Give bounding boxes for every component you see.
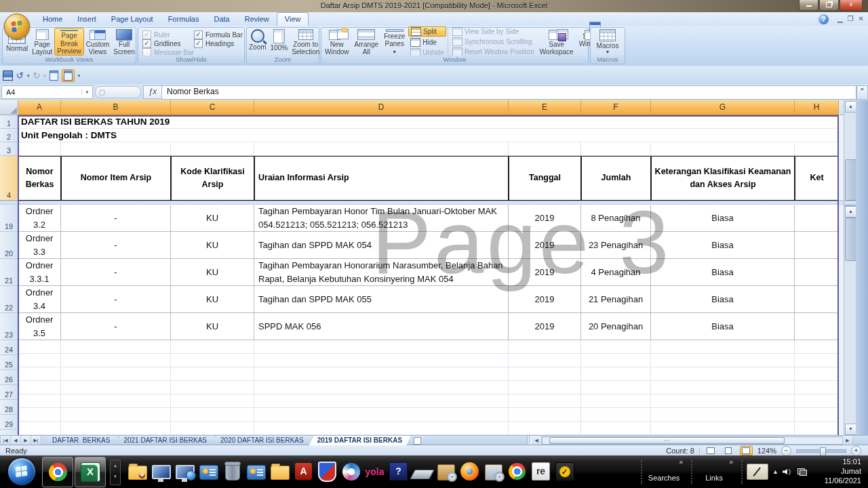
cell[interactable]: Ordner 3.3 xyxy=(18,232,61,259)
cell[interactable]: 2019 xyxy=(509,205,581,232)
restore-button[interactable] xyxy=(819,0,839,11)
custom-views-button[interactable]: Custom Views xyxy=(84,28,111,56)
cell[interactable] xyxy=(795,286,839,313)
column-header-a[interactable]: A xyxy=(18,100,61,115)
cell[interactable]: KU xyxy=(171,313,254,340)
help-tool-icon[interactable]: ? xyxy=(389,462,408,481)
freeze-panes-button[interactable]: Freeze Panes ▾ xyxy=(382,28,407,56)
cell[interactable]: - xyxy=(61,286,171,313)
tablet-input-icon[interactable] xyxy=(747,464,768,480)
zoom-out-icon[interactable]: − xyxy=(781,446,791,456)
cell[interactable]: - xyxy=(61,232,171,259)
macros-button[interactable]: Macros▾ xyxy=(595,28,621,56)
header-cell-uraian[interactable]: Uraian Informasi Arsip xyxy=(254,156,509,201)
installer-box-icon[interactable] xyxy=(484,462,503,481)
scanner-icon[interactable] xyxy=(412,462,432,481)
zoom-to-selection-button[interactable]: Zoom to Selection xyxy=(290,28,321,56)
sheet-tab-2020[interactable]: 2020 DAFTAR ISI BERKAS xyxy=(212,436,313,445)
cell[interactable]: Tagihan Pembayaran Honorarium Narasumber… xyxy=(254,259,509,286)
arrange-all-button[interactable]: Arrange All xyxy=(353,28,381,56)
status-normal-view-button[interactable] xyxy=(705,446,717,455)
volume-icon[interactable] xyxy=(783,469,787,474)
view-side-by-side-button[interactable]: View Side by Side xyxy=(450,27,536,36)
status-page-break-preview-button[interactable] xyxy=(740,446,753,455)
header-cell-tanggal[interactable]: Tanggal xyxy=(509,156,581,201)
tab-view[interactable]: View xyxy=(277,12,309,26)
close-button[interactable]: x xyxy=(840,0,863,11)
cell[interactable] xyxy=(795,205,839,232)
cell[interactable]: Biasa xyxy=(651,313,795,340)
network-status-icon[interactable] xyxy=(797,468,807,476)
user-folder-icon[interactable] xyxy=(127,462,147,481)
page-break-preview-qat-icon[interactable] xyxy=(62,69,75,82)
row-header-4[interactable]: 4 xyxy=(0,156,18,201)
scroll-up-icon[interactable]: ▲ xyxy=(845,101,856,113)
cell[interactable] xyxy=(795,232,839,259)
cell[interactable]: Biasa xyxy=(651,232,795,259)
workbook-close-icon[interactable]: ✕ xyxy=(859,16,864,22)
documents-folder-icon[interactable] xyxy=(270,462,290,481)
hide-button[interactable]: Hide xyxy=(408,38,446,47)
status-page-layout-button[interactable] xyxy=(722,446,735,455)
column-header-g[interactable]: G xyxy=(651,100,795,115)
tab-split-handle[interactable] xyxy=(527,436,532,445)
cell[interactable]: KU xyxy=(171,232,254,259)
cell[interactable]: - xyxy=(61,205,171,232)
row-header-24[interactable]: 24 xyxy=(0,340,18,355)
zoom-slider[interactable] xyxy=(796,449,846,453)
scrollbar-thumb-bottom-pane[interactable] xyxy=(845,218,856,261)
checkbox-headings[interactable]: ✓Headings xyxy=(194,39,243,48)
page-layout-view-button[interactable]: Page Layout xyxy=(30,28,54,56)
last-sheet-icon[interactable]: ▶| xyxy=(31,436,41,445)
save-icon[interactable] xyxy=(3,70,13,81)
zoom-button[interactable]: Zoom xyxy=(247,28,269,56)
scroll-up-icon[interactable]: ▲ xyxy=(845,206,856,218)
new-window-button[interactable]: New Window xyxy=(323,28,351,56)
cell[interactable]: Tagihan dan SPPD MAK 055 xyxy=(254,286,509,313)
synchronous-scrolling-button[interactable]: Synchronous Scrolling xyxy=(450,37,536,46)
scrollbar-split[interactable] xyxy=(844,201,856,206)
row-header-26[interactable]: 26 xyxy=(0,370,18,385)
minimize-button[interactable] xyxy=(799,0,818,11)
column-header-d[interactable]: D xyxy=(254,100,509,115)
header-cell-nomor-berkas[interactable]: Nomor Berkas xyxy=(18,156,61,201)
row-header-25[interactable]: 25 xyxy=(0,355,18,370)
installer-cd-icon[interactable] xyxy=(436,462,456,481)
cell[interactable]: 2019 xyxy=(509,313,581,340)
workbook-minimize-icon[interactable]: ▁ xyxy=(837,16,843,22)
more-icon[interactable]: » xyxy=(679,458,684,466)
admin-tools-icon[interactable] xyxy=(246,462,266,481)
cell[interactable]: SPPD MAK 056 xyxy=(254,313,509,340)
security-shield-icon[interactable] xyxy=(317,462,337,481)
links-toolbar[interactable]: » Links xyxy=(696,457,738,487)
row-header-3[interactable]: 3 xyxy=(0,142,18,156)
previous-sheet-icon[interactable]: ◀ xyxy=(11,436,21,445)
checkbox-ruler[interactable]: ✓Ruler xyxy=(142,30,194,39)
cell[interactable]: Ordner 3.2 xyxy=(18,205,61,232)
cell[interactable]: Ordner 3.4 xyxy=(18,286,61,313)
header-cell-ket[interactable]: Ket xyxy=(795,156,839,201)
row-header-22[interactable]: 22 xyxy=(0,286,18,313)
cell[interactable]: KU xyxy=(171,259,254,286)
zoom-in-icon[interactable]: + xyxy=(851,446,861,456)
control-panel-icon[interactable] xyxy=(199,462,218,481)
row-header-20[interactable]: 20 xyxy=(0,232,18,259)
readiris-icon[interactable]: re xyxy=(531,462,551,481)
hscroll-right-icon[interactable]: ▶ xyxy=(843,436,853,445)
row-header-29[interactable]: 29 xyxy=(0,415,18,430)
row-header-21[interactable]: 21 xyxy=(0,259,18,286)
select-all-corner[interactable] xyxy=(0,100,18,115)
horizontal-scrollbar[interactable] xyxy=(542,436,843,445)
cell[interactable]: Ordner 3.5 xyxy=(18,313,61,340)
tab-page-layout[interactable]: Page Layout xyxy=(104,12,161,26)
norton-icon[interactable]: ✓ xyxy=(555,462,574,481)
cell[interactable]: Ordner 3.3.1 xyxy=(18,259,61,286)
undo-icon[interactable]: ↺ xyxy=(16,70,24,81)
workbook-restore-icon[interactable]: ❒ xyxy=(848,16,854,22)
redo-dropdown-icon[interactable]: ▾ xyxy=(43,73,46,79)
searches-toolbar[interactable]: » Searches xyxy=(646,457,688,487)
cell[interactable]: - xyxy=(61,313,171,340)
header-cell-jumlah[interactable]: Jumlah xyxy=(581,156,651,201)
cell[interactable]: Tagihan dan SPPD MAK 054 xyxy=(254,232,509,259)
column-header-f[interactable]: F xyxy=(581,100,651,115)
